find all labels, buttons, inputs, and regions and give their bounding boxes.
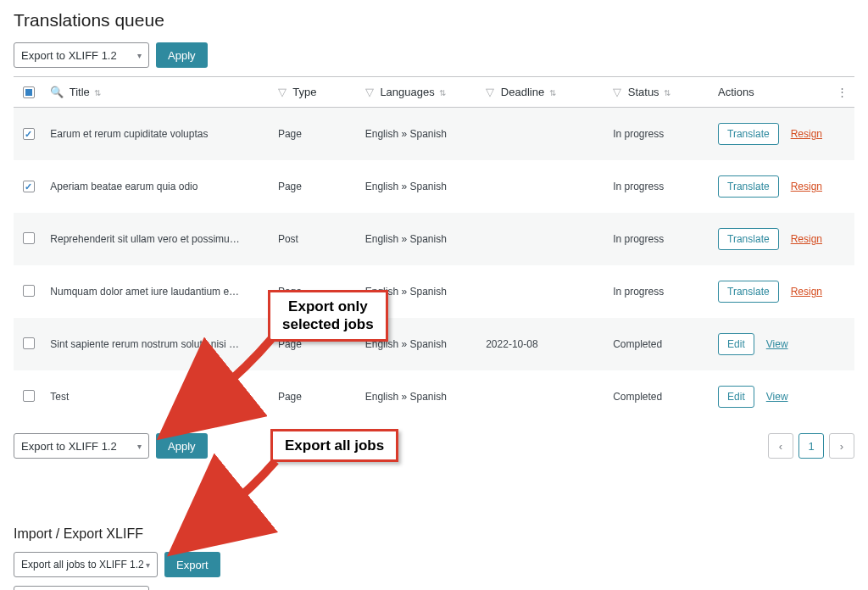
table-row: TestPageEnglish » SpanishCompletedEditVi… [14,370,854,423]
row-deadline [479,213,606,265]
page-title: Translations queue [14,10,854,31]
pagination: ‹ 1 › [768,433,854,459]
page-1[interactable]: 1 [798,433,824,459]
row-primary-action[interactable]: Translate [718,123,779,145]
select-value: Export all jobs to XLIFF 1.2 [21,559,144,571]
row-lang: English » Spanish [359,160,479,213]
col-deadline[interactable]: Deadline [501,86,544,98]
export-button[interactable]: Export [164,552,220,577]
row-title: Sint sapiente rerum nostrum soluta nisi … [43,318,271,370]
filter-icon[interactable]: ▽ [278,86,287,98]
callout-selected: Export only selected jobs [268,290,388,342]
apply-button-bottom[interactable]: Apply [156,433,208,459]
row-primary-action[interactable]: Translate [718,228,779,250]
row-title: Earum et rerum cupiditate voluptas [43,108,271,161]
select-all-checkbox[interactable] [23,86,35,98]
page-next[interactable]: › [829,433,854,459]
sort-icon[interactable]: ⇅ [549,88,556,97]
chevron-down-icon: ▾ [137,442,142,451]
table-row: Reprehenderit sit ullam vero et possimu…… [14,213,854,265]
row-secondary-action[interactable]: Resign [791,128,822,140]
row-status: In progress [606,265,711,318]
select-value: Export to XLIFF 1.2 [21,440,117,453]
row-deadline [479,370,606,423]
select-file-button[interactable]: ⇧Select File .xliff .zip [14,586,149,590]
row-checkbox[interactable] [23,181,35,192]
import-export-section: Import / Export XLIFF Export all jobs to… [14,526,854,590]
row-status: In progress [606,108,711,161]
row-checkbox[interactable] [23,285,35,297]
callout-all: Export all jobs [270,429,398,462]
chevron-down-icon: ▾ [137,51,142,60]
chevron-down-icon: ▾ [146,560,150,570]
row-primary-action[interactable]: Edit [718,333,754,355]
filter-icon[interactable]: ▽ [486,86,494,98]
export-format-select-top[interactable]: Export to XLIFF 1.2 ▾ [14,42,149,68]
row-lang: English » Spanish [359,108,479,161]
col-languages[interactable]: Languages [380,86,434,98]
export-all-select[interactable]: Export all jobs to XLIFF 1.2 ▾ [14,552,158,577]
filter-icon[interactable]: ▽ [613,86,621,98]
col-type[interactable]: Type [292,86,316,98]
row-status: Completed [606,370,711,423]
row-title: Test [43,370,271,423]
bulk-actions-bottom: Export to XLIFF 1.2 ▾ Apply [14,433,208,459]
table-row: Numquam dolor amet iure laudantium e…Pag… [14,265,854,318]
more-icon[interactable]: ⋮ [837,86,848,98]
sort-icon[interactable]: ⇅ [664,88,670,97]
row-checkbox[interactable] [23,390,35,402]
row-deadline [479,265,606,318]
row-title: Aperiam beatae earum quia odio [43,160,271,213]
row-title: Numquam dolor amet iure laudantium e… [43,265,271,318]
row-deadline: 2022-10-08 [479,318,606,370]
row-checkbox[interactable] [23,337,35,349]
jobs-table: 🔍 Title ⇅ ▽ Type ▽ Languages ⇅ ▽ Deadlin… [14,76,854,423]
row-secondary-action[interactable]: Resign [791,286,822,298]
table-row: Earum et rerum cupiditate voluptasPageEn… [14,108,854,161]
row-primary-action[interactable]: Translate [718,175,779,198]
row-deadline [479,108,606,161]
row-primary-action[interactable]: Edit [718,386,754,408]
row-checkbox[interactable] [23,232,35,244]
bulk-actions-top: Export to XLIFF 1.2 ▾ Apply [14,42,854,68]
table-row: Sint sapiente rerum nostrum soluta nisi … [14,318,854,370]
row-primary-action[interactable]: Translate [718,281,779,303]
page-prev[interactable]: ‹ [768,433,793,459]
row-type: Page [271,108,359,161]
row-type: Post [271,213,359,265]
row-checkbox[interactable] [23,128,35,140]
row-type: Page [271,370,359,423]
row-secondary-action[interactable]: View [766,338,788,350]
apply-button-top[interactable]: Apply [156,42,208,68]
table-row: Aperiam beatae earum quia odioPageEnglis… [14,160,854,213]
row-status: In progress [606,213,711,265]
row-lang: English » Spanish [359,213,479,265]
row-secondary-action[interactable]: Resign [791,181,822,192]
sort-icon[interactable]: ⇅ [94,88,101,97]
arrow-icon [214,458,282,521]
col-actions: Actions [718,86,754,98]
search-icon[interactable]: 🔍 [50,86,64,98]
row-title: Reprehenderit sit ullam vero et possimu… [43,213,271,265]
row-secondary-action[interactable]: View [766,391,788,403]
import-export-heading: Import / Export XLIFF [14,526,854,542]
row-status: Completed [606,318,711,370]
row-lang: English » Spanish [359,370,479,423]
row-status: In progress [606,160,711,213]
col-title[interactable]: Title [70,86,90,98]
sort-icon[interactable]: ⇅ [439,88,446,97]
col-status[interactable]: Status [628,86,659,98]
row-type: Page [271,160,359,213]
row-deadline [479,160,606,213]
select-value: Export to XLIFF 1.2 [21,49,117,62]
row-secondary-action[interactable]: Resign [791,233,822,245]
export-format-select-bottom[interactable]: Export to XLIFF 1.2 ▾ [14,433,149,459]
filter-icon[interactable]: ▽ [365,86,374,98]
